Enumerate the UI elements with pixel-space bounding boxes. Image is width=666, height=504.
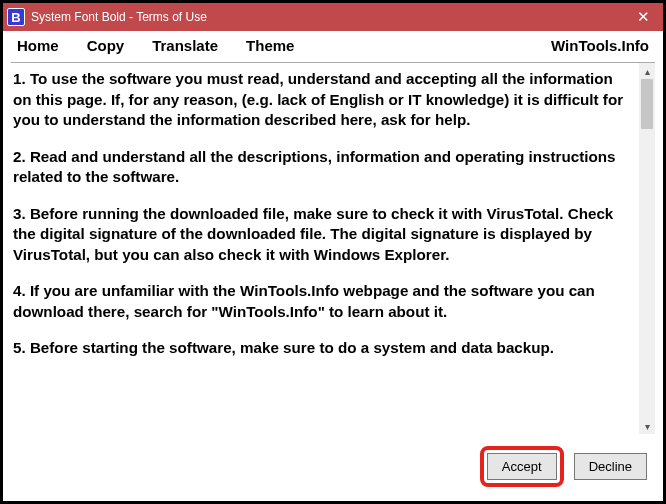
decline-button[interactable]: Decline <box>574 453 647 480</box>
scroll-thumb[interactable] <box>641 79 653 129</box>
scroll-down-icon[interactable]: ▾ <box>639 418 655 434</box>
terms-paragraph: 4. If you are unfamiliar with the WinToo… <box>13 281 633 322</box>
terms-panel: 1. To use the software you must read, un… <box>11 62 655 434</box>
menu-theme[interactable]: Theme <box>246 37 294 54</box>
window-title: System Font Bold - Terms of Use <box>31 10 207 24</box>
app-icon: B <box>7 8 25 26</box>
menu-translate[interactable]: Translate <box>152 37 218 54</box>
titlebar: B System Font Bold - Terms of Use ✕ <box>3 3 663 31</box>
close-icon: ✕ <box>637 8 650 26</box>
footer: Accept Decline <box>3 434 663 501</box>
menu-home[interactable]: Home <box>17 37 59 54</box>
menubar: Home Copy Translate Theme WinTools.Info <box>3 31 663 60</box>
scroll-up-icon[interactable]: ▴ <box>639 63 655 79</box>
menu-copy[interactable]: Copy <box>87 37 125 54</box>
brand-link[interactable]: WinTools.Info <box>551 37 649 54</box>
terms-paragraph: 5. Before starting the software, make su… <box>13 338 633 359</box>
terms-paragraph: 1. To use the software you must read, un… <box>13 69 633 131</box>
terms-paragraph: 3. Before running the downloaded file, m… <box>13 204 633 266</box>
window: B System Font Bold - Terms of Use ✕ Home… <box>0 0 666 504</box>
close-button[interactable]: ✕ <box>623 3 663 31</box>
scrollbar[interactable]: ▴ ▾ <box>639 63 655 434</box>
accept-highlight: Accept <box>480 446 564 487</box>
terms-paragraph: 2. Read and understand all the descripti… <box>13 147 633 188</box>
accept-button[interactable]: Accept <box>487 453 557 480</box>
terms-text: 1. To use the software you must read, un… <box>11 63 639 434</box>
